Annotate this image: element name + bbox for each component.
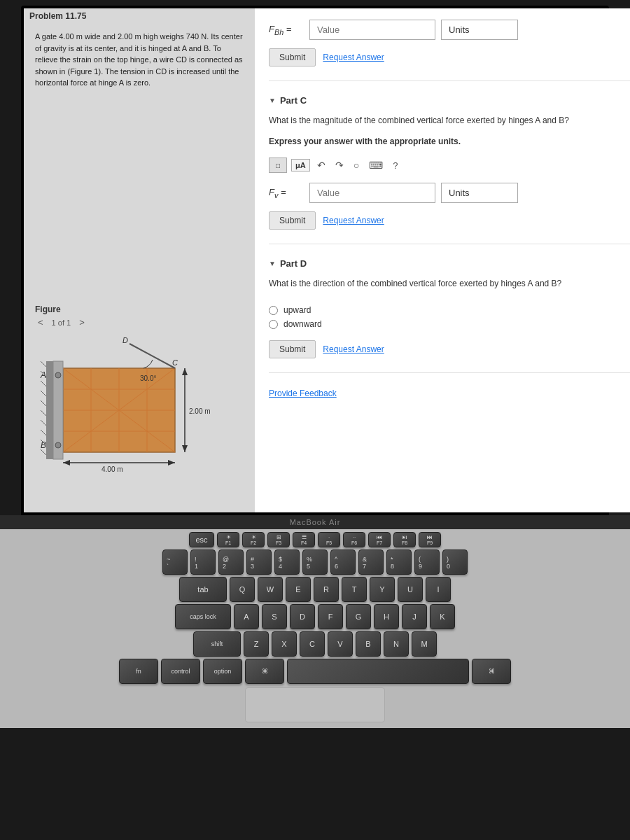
key-6[interactable]: ^ 6: [330, 550, 356, 575]
radio-upward-input[interactable]: [269, 306, 278, 315]
cmd-right-key[interactable]: ⌘: [472, 659, 511, 684]
esc-key[interactable]: esc: [189, 532, 214, 547]
svg-line-32: [41, 410, 46, 416]
f3-key[interactable]: ⊞ F3: [267, 532, 290, 547]
f4-key[interactable]: ☰ F4: [293, 532, 315, 547]
t-key[interactable]: T: [342, 577, 367, 602]
shift-left-key[interactable]: shift: [193, 631, 241, 657]
svg-text:2.00 m: 2.00 m: [189, 407, 211, 415]
svg-line-30: [41, 391, 46, 396]
part-c-arrow: ▼: [269, 97, 276, 104]
part-c-request-button[interactable]: Request Answer: [323, 216, 384, 225]
e-key[interactable]: E: [286, 577, 311, 602]
figure-nav: < 1 of 1 >: [35, 317, 88, 328]
y-key[interactable]: Y: [370, 577, 395, 602]
f5-key[interactable]: · F5: [318, 532, 340, 547]
key-0[interactable]: ) 0: [442, 550, 468, 575]
radio-upward[interactable]: upward: [269, 305, 630, 315]
redo-icon[interactable]: ↷: [332, 158, 346, 172]
key-7[interactable]: & 7: [358, 550, 384, 575]
fn-key-row: esc ☀ F1 ☀ F2 ⊞ F3 ☰ F4 · F5 ·· F6 ⏮ F7: [189, 532, 441, 547]
x-key[interactable]: X: [272, 631, 297, 657]
box-icon-button[interactable]: □: [269, 158, 287, 173]
svg-marker-22: [182, 368, 188, 375]
f2-key[interactable]: ☀ F2: [242, 532, 265, 547]
radio-upward-label: upward: [284, 305, 311, 315]
part-d-request-button[interactable]: Request Answer: [323, 344, 384, 354]
part-d-question: What is the direction of the combined ve…: [269, 277, 630, 290]
part-c-submit-button[interactable]: Submit: [269, 211, 316, 230]
c-key[interactable]: C: [300, 631, 325, 657]
q-key[interactable]: Q: [230, 577, 255, 602]
key-9[interactable]: ( 9: [414, 550, 440, 575]
part-c-question: What is the magnitude of the combined ve…: [269, 114, 630, 127]
option-key[interactable]: option: [203, 659, 242, 684]
svg-point-11: [55, 442, 61, 448]
m-key[interactable]: M: [412, 631, 437, 657]
key-2[interactable]: @ 2: [218, 550, 244, 575]
i-key[interactable]: I: [426, 577, 451, 602]
key-8[interactable]: * 8: [386, 550, 412, 575]
h-key[interactable]: H: [374, 604, 399, 629]
w-key[interactable]: W: [258, 577, 283, 602]
ctrl-key[interactable]: control: [161, 659, 200, 684]
keyboard-icon[interactable]: ⌨: [366, 158, 386, 172]
f1-key[interactable]: ☀ F1: [217, 532, 239, 547]
help-icon[interactable]: ?: [393, 160, 398, 171]
s-key[interactable]: S: [262, 604, 287, 629]
fbh-request-button[interactable]: Request Answer: [323, 52, 384, 62]
key-1[interactable]: ! 1: [190, 550, 216, 575]
refresh-icon[interactable]: ○: [351, 158, 362, 172]
fv-units-box: Units: [441, 183, 518, 203]
r-key[interactable]: R: [314, 577, 339, 602]
caps-key[interactable]: caps lock: [175, 604, 231, 629]
part-c-label: Part C: [280, 95, 307, 106]
tilde-key[interactable]: ~ `: [162, 550, 188, 575]
g-key[interactable]: G: [346, 604, 371, 629]
v-key[interactable]: V: [328, 631, 353, 657]
f6-key[interactable]: ·· F6: [343, 532, 365, 547]
key-5[interactable]: % 5: [302, 550, 328, 575]
undo-icon[interactable]: ↶: [314, 158, 328, 172]
feedback-link[interactable]: Provide Feedback: [269, 388, 630, 398]
figure-label: Figure: [35, 304, 61, 314]
trackpad[interactable]: [245, 687, 385, 722]
d-key[interactable]: D: [290, 604, 315, 629]
part-c-header[interactable]: ▼ Part C: [269, 95, 630, 106]
radio-downward-input[interactable]: [269, 320, 278, 329]
key-3[interactable]: # 3: [246, 550, 272, 575]
part-d-submit-button[interactable]: Submit: [269, 340, 316, 358]
b-key[interactable]: B: [356, 631, 381, 657]
a-key[interactable]: A: [234, 604, 259, 629]
fbh-value-input[interactable]: [309, 20, 435, 40]
fv-value-input[interactable]: [309, 183, 435, 203]
f-key[interactable]: F: [318, 604, 343, 629]
radio-downward[interactable]: downward: [269, 319, 630, 329]
key-4[interactable]: $ 4: [274, 550, 300, 575]
figure-prev-button[interactable]: <: [35, 317, 46, 328]
divider-1: [269, 80, 630, 81]
mu-a-button[interactable]: μA: [291, 159, 310, 172]
svg-line-33: [41, 420, 46, 426]
n-key[interactable]: N: [384, 631, 409, 657]
z-key[interactable]: Z: [244, 631, 269, 657]
fbh-label: FBh =: [269, 24, 304, 36]
screen-wrapper: Problem 11.75 A gate 4.00 m wide and 2.0…: [21, 6, 609, 515]
tab-key[interactable]: tab: [179, 577, 227, 602]
fbh-input-row: FBh = Units: [269, 20, 630, 40]
k-key[interactable]: K: [430, 604, 455, 629]
part-d-header[interactable]: ▼ Part D: [269, 258, 630, 269]
u-key[interactable]: U: [398, 577, 423, 602]
svg-line-36: [41, 449, 46, 455]
figure-next-button[interactable]: >: [76, 317, 88, 328]
f7-key[interactable]: ⏮ F7: [368, 532, 391, 547]
space-key[interactable]: [287, 659, 469, 684]
fbh-submit-button[interactable]: Submit: [269, 48, 316, 66]
space-row: fn control option ⌘ ⌘: [119, 659, 511, 684]
svg-marker-25: [168, 460, 175, 465]
f8-key[interactable]: ⏯ F8: [393, 532, 416, 547]
j-key[interactable]: J: [402, 604, 427, 629]
f9-key[interactable]: ⏭ F9: [419, 532, 441, 547]
fn-key[interactable]: fn: [119, 659, 158, 684]
cmd-left-key[interactable]: ⌘: [245, 659, 284, 684]
